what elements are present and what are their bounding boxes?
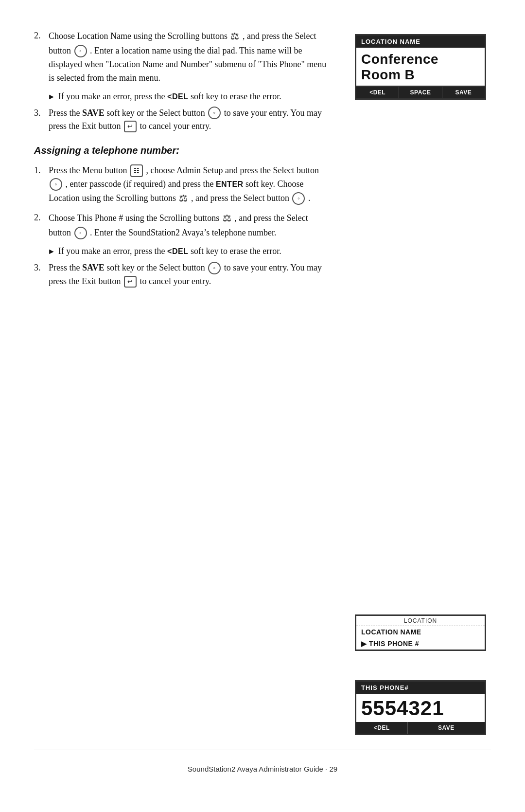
scroll-icon-2: ⚖ (179, 191, 188, 206)
right-column: LOCATION NAME Conference Room B <DEL SPA… (355, 29, 491, 750)
select-btn-icon-3: ◦ (50, 178, 62, 191)
screen-this-phone: THIS PHONE# 5554321 <DEL SAVE (355, 680, 486, 735)
screen3-title: THIS PHONE# (356, 682, 485, 694)
save-label-2: SAVE (82, 263, 105, 272)
select-btn-icon-2: ◦ (208, 107, 221, 119)
scroll-icon-1: ⚖ (230, 29, 239, 44)
list-item-s2-2: 2. Choose This Phone # using the Scrolli… (34, 211, 331, 240)
screen3-btn-save[interactable]: SAVE (408, 722, 485, 734)
screen1-title: LOCATION NAME (356, 36, 485, 48)
footer-text: SoundStation2 Avaya Administrator Guide … (188, 765, 337, 773)
list-item-2: 2. Choose Location Name using the Scroll… (34, 29, 331, 85)
arrow-icon-2: ► (48, 246, 55, 258)
arrow-text-2: If you make an error, press the <DEL sof… (58, 245, 281, 258)
select-btn-icon-5: ◦ (74, 227, 87, 239)
select-btn-icon-1: ◦ (74, 45, 87, 57)
screen3-buttons: <DEL SAVE (356, 722, 485, 734)
list-item-s2-1: 1. Press the Menu button ☷ , choose Admi… (34, 164, 331, 206)
main-list: 2. Choose Location Name using the Scroll… (34, 29, 331, 133)
content-area: 2. Choose Location Name using the Scroll… (34, 29, 491, 750)
list-num-3: 3. (34, 107, 45, 134)
section-heading: Assigning a telephone number: (34, 145, 331, 156)
page-container: 2. Choose Location Name using the Scroll… (0, 0, 525, 812)
screen-location-menu: LOCATION LOCATION NAME THIS PHONE # (355, 614, 486, 651)
screen1-main-text: Conference Room B (356, 48, 485, 86)
list-item-s2-3: 3. Press the SAVE soft key or the Select… (34, 261, 331, 289)
arrow-text-1: If you make an error, press the <DEL sof… (58, 90, 281, 104)
screen1-btn-space[interactable]: SPACE (399, 87, 442, 98)
exit-icon-1: ↩ (124, 121, 137, 132)
screen2-item2: THIS PHONE # (356, 638, 485, 650)
select-btn-icon-4: ◦ (292, 192, 305, 205)
left-column: 2. Choose Location Name using the Scroll… (34, 29, 335, 750)
list-text-2: Choose Location Name using the Scrolling… (49, 29, 331, 85)
arrow-bullet-2: ► If you make an error, press the <DEL s… (48, 245, 331, 258)
screen-location-name: LOCATION NAME Conference Room B <DEL SPA… (355, 34, 486, 100)
save-label-1: SAVE (82, 108, 105, 118)
del-label-1: <DEL (167, 92, 188, 101)
screen1-buttons: <DEL SPACE SAVE (356, 86, 485, 98)
screen1-btn-del[interactable]: <DEL (356, 87, 399, 98)
page-footer: SoundStation2 Avaya Administrator Guide … (34, 750, 491, 773)
menu-icon: ☷ (130, 164, 143, 177)
scroll-icon-3: ⚖ (223, 211, 231, 226)
select-btn-icon-6: ◦ (208, 262, 221, 274)
screen2-subtitle: LOCATION (356, 616, 485, 626)
screen3-btn-del[interactable]: <DEL (356, 722, 408, 734)
screen3-number: 5554321 (356, 694, 485, 722)
section2-list-2: 3. Press the SAVE soft key or the Select… (34, 261, 331, 289)
list-num-s2-1: 1. (34, 164, 45, 206)
list-text-s2-2: Choose This Phone # using the Scrolling … (49, 211, 331, 240)
list-item-3: 3. Press the SAVE soft key or the Select… (34, 107, 331, 134)
arrow-bullet-1: ► If you make an error, press the <DEL s… (48, 90, 331, 104)
spacer-1 (355, 114, 491, 488)
screen1-btn-save[interactable]: SAVE (442, 87, 485, 98)
list-num-s2-2: 2. (34, 211, 45, 240)
list-text-3: Press the SAVE soft key or the Select bu… (49, 107, 331, 134)
exit-icon-2: ↩ (124, 276, 137, 288)
arrow-icon-1: ► (48, 91, 55, 104)
section2-list: 1. Press the Menu button ☷ , choose Admi… (34, 164, 331, 240)
enter-label: ENTER (216, 180, 244, 188)
del-label-2: <DEL (167, 247, 188, 255)
list-text-s2-3: Press the SAVE soft key or the Select bu… (49, 261, 331, 289)
list-text-s2-1: Press the Menu button ☷ , choose Admin S… (49, 164, 331, 206)
screen2-item1: LOCATION NAME (356, 626, 485, 638)
list-num-s2-3: 3. (34, 261, 45, 289)
list-num-2: 2. (34, 29, 45, 85)
